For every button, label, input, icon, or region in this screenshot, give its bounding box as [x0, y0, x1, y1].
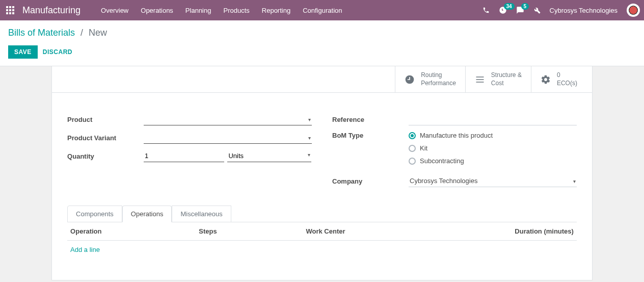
- phone-icon[interactable]: [482, 7, 490, 14]
- product-label: Product: [67, 116, 144, 123]
- grid-header: Operation Steps Work Center Duration (mi…: [67, 222, 577, 241]
- discard-button[interactable]: DISCARD: [43, 48, 72, 56]
- svg-rect-4: [9, 9, 11, 11]
- stat-routing-l2: Performance: [421, 80, 456, 88]
- breadcrumb-sep: /: [81, 28, 83, 38]
- menu-configuration[interactable]: Configuration: [303, 7, 342, 14]
- app-title: Manufacturing: [22, 5, 81, 16]
- stat-routing-l1: Routing: [421, 71, 456, 80]
- stat-routing-performance[interactable]: Routing Performance: [395, 66, 465, 92]
- menu-operations[interactable]: Operations: [141, 7, 173, 14]
- menu-products[interactable]: Products: [223, 7, 249, 14]
- topnav-right: 34 5 Cybrosys Technologies: [482, 4, 640, 17]
- svg-rect-1: [9, 6, 11, 8]
- tools-icon[interactable]: [533, 7, 541, 14]
- stat-buttons-row: Routing Performance Structure & Cost 0 E…: [52, 66, 592, 93]
- menu-reporting[interactable]: Reporting: [262, 7, 290, 14]
- bom-type-label: BoM Type: [332, 132, 409, 139]
- radio-kit[interactable]: Kit: [409, 144, 493, 152]
- col-steps: Steps: [199, 227, 306, 235]
- activities-icon[interactable]: 34: [499, 6, 507, 14]
- stat-eco-l2: ECO(s): [557, 80, 577, 88]
- save-button[interactable]: SAVE: [8, 45, 38, 59]
- quantity-unit-select[interactable]: [227, 150, 311, 162]
- svg-rect-7: [9, 12, 11, 14]
- col-duration: Duration (minutes): [467, 227, 574, 235]
- menu-overview[interactable]: Overview: [101, 7, 128, 14]
- form-sheet: Routing Performance Structure & Cost 0 E…: [51, 66, 593, 280]
- breadcrumb-root[interactable]: Bills of Materials: [8, 28, 75, 38]
- company-select[interactable]: Cybrosys Technologies ▾: [409, 175, 577, 187]
- radio-sub-label: Subcontracting: [420, 157, 464, 165]
- apps-icon[interactable]: [4, 4, 16, 16]
- reference-input[interactable]: [409, 113, 577, 125]
- tab-components[interactable]: Components: [67, 206, 122, 222]
- radio-subcontracting[interactable]: Subcontracting: [409, 157, 493, 165]
- stat-struct-l2: Cost: [491, 80, 522, 88]
- svg-rect-2: [12, 6, 14, 8]
- menu-planning[interactable]: Planning: [185, 7, 211, 14]
- col-operation: Operation: [70, 227, 199, 235]
- svg-rect-8: [12, 12, 14, 14]
- company-value: Cybrosys Technologies: [409, 175, 577, 187]
- svg-rect-0: [6, 6, 8, 8]
- tab-operations[interactable]: Operations: [122, 206, 172, 222]
- chevron-down-icon: ▾: [573, 178, 576, 184]
- svg-rect-5: [12, 9, 14, 11]
- add-line-link[interactable]: Add a line: [70, 246, 100, 253]
- control-panel: Bills of Materials / New SAVE DISCARD: [0, 20, 644, 66]
- svg-rect-3: [6, 9, 8, 11]
- breadcrumb-current: New: [89, 28, 107, 38]
- stat-struct-l1: Structure &: [491, 71, 522, 80]
- breadcrumb: Bills of Materials / New: [8, 20, 636, 45]
- quantity-input[interactable]: [144, 150, 224, 162]
- radio-manufacture-label: Manufacture this product: [420, 132, 493, 139]
- messages-icon[interactable]: 5: [516, 6, 524, 14]
- reference-label: Reference: [332, 116, 409, 123]
- messages-badge: 5: [521, 3, 529, 10]
- variant-input[interactable]: [144, 132, 312, 144]
- stat-ecos[interactable]: 0 ECO(s): [531, 66, 592, 92]
- avatar[interactable]: [627, 4, 640, 17]
- company-label: Company: [332, 177, 409, 185]
- main-menu: Overview Operations Planning Products Re…: [101, 7, 342, 14]
- radio-kit-label: Kit: [420, 144, 427, 152]
- chevron-down-icon: ▾: [308, 152, 310, 158]
- variant-label: Product Variant: [67, 134, 144, 142]
- tabs: Components Operations Miscellaneous: [67, 206, 577, 222]
- stat-structure-cost[interactable]: Structure & Cost: [465, 66, 531, 92]
- svg-rect-6: [6, 12, 8, 14]
- product-input[interactable]: [144, 113, 312, 125]
- quantity-label: Quantity: [67, 152, 144, 160]
- stat-eco-l1: 0: [557, 71, 577, 80]
- company-switcher[interactable]: Cybrosys Technologies: [550, 7, 618, 14]
- radio-manufacture[interactable]: Manufacture this product: [409, 132, 493, 139]
- top-navbar: Manufacturing Overview Operations Planni…: [0, 0, 644, 20]
- tab-miscellaneous[interactable]: Miscellaneous: [172, 206, 231, 222]
- col-work-center: Work Center: [306, 227, 466, 235]
- activities-badge: 34: [504, 3, 515, 10]
